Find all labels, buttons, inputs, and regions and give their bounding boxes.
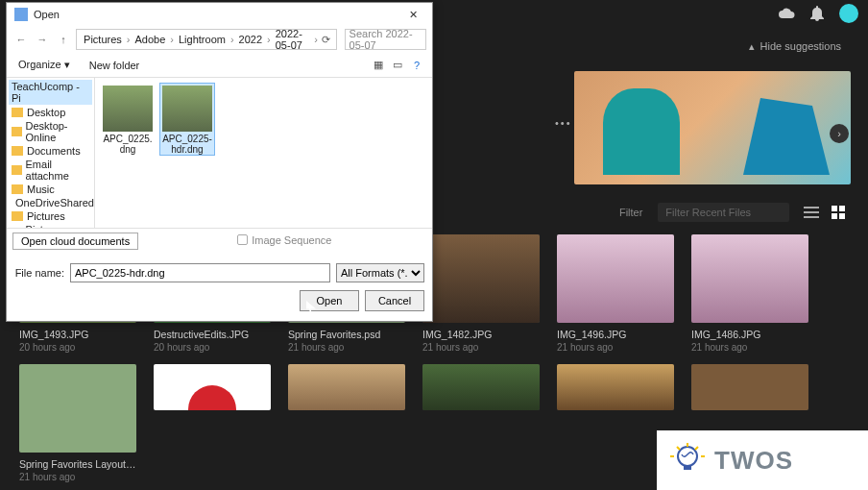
grid-view-icon[interactable] (828, 202, 849, 223)
file-name: IMG_1496.JPG (557, 329, 674, 340)
tree-item[interactable]: Documents (9, 144, 92, 158)
notification-icon[interactable] (808, 5, 826, 22)
view-mode-icon[interactable]: ▦ (369, 59, 388, 71)
watermark-text: TWOS (714, 446, 793, 476)
tree-item[interactable]: OneDriveShared (9, 196, 92, 209)
svg-rect-2 (832, 213, 837, 219)
nav-back-icon[interactable]: ← (12, 34, 30, 45)
file-list[interactable]: APC_0225.dngAPC_0225-hdr.dng (95, 78, 432, 228)
folder-icon (12, 146, 23, 156)
help-icon[interactable]: ? (407, 60, 426, 71)
folder-icon (12, 127, 22, 136)
search-input[interactable]: Search 2022-05-07 (345, 29, 426, 50)
thumbnail (691, 234, 808, 323)
open-cloud-button[interactable]: Open cloud documents (12, 233, 138, 250)
search-placeholder: Search 2022-05-07 (350, 28, 422, 51)
recent-item[interactable]: IMG_1482.JPG21 hours ago (422, 234, 540, 353)
folder-tree[interactable]: TeachUcomp - Pi DesktopDesktop-OnlineDoc… (7, 78, 95, 228)
carousel-next-icon[interactable]: › (830, 124, 849, 143)
folder-icon (12, 165, 22, 175)
thumbnail (557, 234, 674, 323)
chevron-right-icon: › (127, 34, 131, 45)
recent-item[interactable]: Spring Favorites Layouts.psd21 hours ago (19, 364, 136, 482)
file-name: APC_0225.dng (101, 134, 155, 155)
user-avatar[interactable] (839, 4, 858, 23)
thumbnail (422, 234, 540, 323)
folder-icon (12, 184, 23, 194)
breadcrumb-seg[interactable]: 2022-05-07 (273, 28, 313, 51)
file-item[interactable]: APC_0225-hdr.dng (160, 84, 214, 155)
new-folder-button[interactable]: New folder (84, 58, 146, 73)
chevron-up-icon: ▴ (749, 40, 755, 53)
preview-pane-icon[interactable]: ▭ (388, 59, 407, 71)
breadcrumb-seg[interactable]: Lightroom (176, 34, 229, 45)
filetype-select[interactable]: All Formats (*.*) (336, 263, 424, 282)
hero-menu-icon[interactable]: ••• (555, 117, 572, 129)
file-item[interactable]: APC_0225.dng (101, 84, 155, 155)
suggestions-label: Hide suggestions (760, 40, 841, 52)
breadcrumb-seg[interactable]: 2022 (236, 34, 265, 45)
dialog-titlebar[interactable]: Open ✕ (7, 3, 432, 26)
tree-item[interactable]: Email attachme (9, 158, 92, 183)
tree-current[interactable]: TeachUcomp - Pi (9, 80, 92, 105)
svg-point-4 (678, 447, 697, 466)
open-file-dialog: Open ✕ ← → ↑ Pictures›Adobe›Lightroom›20… (6, 2, 433, 322)
file-time: 20 hours ago (154, 342, 271, 353)
tree-item[interactable]: Pictures (9, 209, 92, 223)
tree-item[interactable]: Pictures-Online (9, 223, 92, 228)
thumbnail (288, 364, 405, 410)
file-thumbnail (103, 86, 153, 132)
filename-input[interactable] (70, 263, 330, 282)
open-button[interactable]: Open (300, 290, 359, 311)
thumbnail (19, 364, 136, 453)
watermark-overlay: TWOS (657, 430, 868, 490)
path-breadcrumb[interactable]: Pictures›Adobe›Lightroom›2022›2022-05-07… (76, 29, 336, 50)
image-sequence-checkbox[interactable]: Image Sequence (237, 234, 331, 246)
nav-forward-icon[interactable]: → (34, 34, 51, 45)
file-time: 21 hours ago (557, 342, 674, 353)
thumbnail (691, 364, 808, 410)
filter-label: Filter (619, 207, 642, 218)
thumbnail (422, 364, 540, 410)
recent-item[interactable]: IMG_1486.JPG21 hours ago (691, 234, 808, 353)
chevron-right-icon: › (170, 34, 174, 45)
cancel-button[interactable]: Cancel (365, 290, 424, 311)
cloud-icon[interactable] (778, 5, 795, 22)
folder-icon (12, 108, 23, 117)
recent-item[interactable] (288, 364, 405, 482)
organize-menu[interactable]: Organize ▾ (12, 57, 76, 73)
file-time: 20 hours ago (19, 342, 136, 353)
chevron-right-icon: › (314, 34, 318, 45)
recent-item[interactable] (154, 364, 271, 482)
app-icon (14, 8, 28, 21)
breadcrumb-seg[interactable]: Adobe (133, 34, 169, 45)
filter-input[interactable]: Filter Recent Files (658, 203, 789, 222)
thumbnail (154, 364, 271, 410)
recent-item[interactable] (422, 364, 540, 482)
tree-item[interactable]: Desktop-Online (9, 119, 92, 144)
file-time: 21 hours ago (288, 342, 405, 353)
folder-icon (12, 211, 23, 221)
file-name: Spring Favorites Layouts.psd (19, 458, 136, 470)
chevron-right-icon: › (267, 34, 271, 45)
svg-rect-3 (839, 213, 845, 219)
file-name: IMG_1482.JPG (422, 329, 540, 340)
file-name: APC_0225-hdr.dng (160, 134, 214, 155)
close-icon[interactable]: ✕ (398, 9, 428, 21)
file-name: IMG_1486.JPG (691, 329, 808, 340)
svg-rect-1 (839, 206, 845, 211)
file-thumbnail (162, 86, 212, 132)
filename-label: File name: (14, 267, 64, 279)
tree-item[interactable]: Desktop (9, 106, 92, 119)
file-name: Spring Favorites.psd (288, 329, 405, 340)
list-view-icon[interactable] (801, 202, 822, 223)
thumbnail (557, 364, 674, 410)
tree-item[interactable]: Music (9, 183, 92, 196)
recent-item[interactable]: IMG_1496.JPG21 hours ago (557, 234, 674, 353)
breadcrumb-seg[interactable]: Pictures (81, 34, 125, 45)
hero-image[interactable] (574, 71, 851, 184)
file-time: 21 hours ago (691, 342, 808, 353)
nav-up-icon[interactable]: ↑ (55, 34, 72, 45)
refresh-icon[interactable]: ⟳ (320, 34, 332, 46)
chevron-right-icon: › (230, 34, 234, 45)
